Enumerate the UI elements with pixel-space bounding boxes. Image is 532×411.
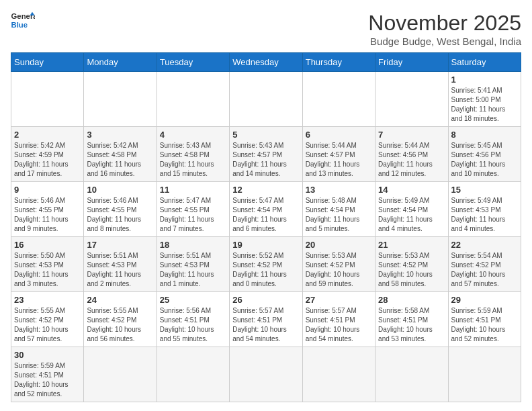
calendar-cell: 12Sunrise: 5:47 AM Sunset: 4:54 PM Dayli… xyxy=(230,182,302,237)
week-row-4: 23Sunrise: 5:55 AM Sunset: 4:52 PM Dayli… xyxy=(11,292,521,347)
calendar-cell: 29Sunrise: 5:59 AM Sunset: 4:51 PM Dayli… xyxy=(448,292,521,347)
day-number: 3 xyxy=(87,130,153,140)
day-number: 27 xyxy=(306,295,372,305)
day-info: Sunrise: 5:45 AM Sunset: 4:56 PM Dayligh… xyxy=(451,141,518,179)
day-number: 14 xyxy=(378,185,445,195)
calendar-cell xyxy=(302,347,375,402)
calendar-cell: 9Sunrise: 5:46 AM Sunset: 4:55 PM Daylig… xyxy=(11,182,84,237)
calendar-cell: 11Sunrise: 5:47 AM Sunset: 4:55 PM Dayli… xyxy=(157,182,229,237)
day-number: 8 xyxy=(451,130,518,140)
calendar-cell: 2Sunrise: 5:42 AM Sunset: 4:59 PM Daylig… xyxy=(11,127,84,182)
day-info: Sunrise: 5:58 AM Sunset: 4:51 PM Dayligh… xyxy=(378,306,445,344)
calendar: SundayMondayTuesdayWednesdayThursdayFrid… xyxy=(11,52,521,402)
day-info: Sunrise: 5:59 AM Sunset: 4:51 PM Dayligh… xyxy=(14,361,81,399)
day-number: 28 xyxy=(378,295,445,305)
calendar-cell: 20Sunrise: 5:53 AM Sunset: 4:52 PM Dayli… xyxy=(302,237,375,292)
day-info: Sunrise: 5:43 AM Sunset: 4:58 PM Dayligh… xyxy=(160,141,226,179)
month-title: November 2025 xyxy=(368,11,521,36)
calendar-cell: 3Sunrise: 5:42 AM Sunset: 4:58 PM Daylig… xyxy=(84,127,157,182)
calendar-cell: 16Sunrise: 5:50 AM Sunset: 4:53 PM Dayli… xyxy=(11,237,84,292)
calendar-cell: 21Sunrise: 5:53 AM Sunset: 4:52 PM Dayli… xyxy=(375,237,448,292)
logo: General Blue xyxy=(11,11,35,30)
calendar-cell: 30Sunrise: 5:59 AM Sunset: 4:51 PM Dayli… xyxy=(11,347,84,402)
week-row-5: 30Sunrise: 5:59 AM Sunset: 4:51 PM Dayli… xyxy=(11,347,521,402)
week-row-0: 1Sunrise: 5:41 AM Sunset: 5:00 PM Daylig… xyxy=(11,72,521,127)
calendar-cell: 5Sunrise: 5:43 AM Sunset: 4:57 PM Daylig… xyxy=(230,127,302,182)
day-info: Sunrise: 5:48 AM Sunset: 4:54 PM Dayligh… xyxy=(306,196,372,234)
location: Budge Budge, West Bengal, India xyxy=(368,36,521,47)
day-number: 22 xyxy=(451,240,518,250)
day-info: Sunrise: 5:47 AM Sunset: 4:54 PM Dayligh… xyxy=(232,196,299,234)
header: General Blue November 2025 Budge Budge, … xyxy=(11,11,521,47)
day-info: Sunrise: 5:46 AM Sunset: 4:55 PM Dayligh… xyxy=(87,196,153,234)
calendar-cell xyxy=(375,72,448,127)
calendar-cell: 10Sunrise: 5:46 AM Sunset: 4:55 PM Dayli… xyxy=(84,182,157,237)
day-info: Sunrise: 5:43 AM Sunset: 4:57 PM Dayligh… xyxy=(232,141,299,179)
day-number: 11 xyxy=(160,185,226,195)
weekday-header-monday: Monday xyxy=(84,53,157,72)
day-number: 18 xyxy=(160,240,226,250)
day-number: 15 xyxy=(451,185,518,195)
day-number: 16 xyxy=(14,240,81,250)
day-info: Sunrise: 5:53 AM Sunset: 4:52 PM Dayligh… xyxy=(378,251,445,289)
day-number: 17 xyxy=(87,240,153,250)
day-number: 2 xyxy=(14,130,81,140)
day-info: Sunrise: 5:52 AM Sunset: 4:52 PM Dayligh… xyxy=(232,251,299,289)
day-number: 12 xyxy=(232,185,299,195)
day-number: 4 xyxy=(160,130,226,140)
title-area: November 2025 Budge Budge, West Bengal, … xyxy=(368,11,521,47)
day-info: Sunrise: 5:49 AM Sunset: 4:53 PM Dayligh… xyxy=(451,196,518,234)
calendar-cell: 18Sunrise: 5:51 AM Sunset: 4:53 PM Dayli… xyxy=(157,237,229,292)
weekday-header-wednesday: Wednesday xyxy=(230,53,302,72)
calendar-cell: 1Sunrise: 5:41 AM Sunset: 5:00 PM Daylig… xyxy=(448,72,521,127)
day-info: Sunrise: 5:44 AM Sunset: 4:56 PM Dayligh… xyxy=(378,141,445,179)
calendar-cell: 26Sunrise: 5:57 AM Sunset: 4:51 PM Dayli… xyxy=(230,292,302,347)
day-info: Sunrise: 5:47 AM Sunset: 4:55 PM Dayligh… xyxy=(160,196,226,234)
day-info: Sunrise: 5:56 AM Sunset: 4:51 PM Dayligh… xyxy=(160,306,226,344)
day-number: 19 xyxy=(232,240,299,250)
calendar-cell xyxy=(230,72,302,127)
day-number: 6 xyxy=(306,130,372,140)
calendar-cell: 7Sunrise: 5:44 AM Sunset: 4:56 PM Daylig… xyxy=(375,127,448,182)
weekday-header-tuesday: Tuesday xyxy=(157,53,229,72)
day-number: 21 xyxy=(378,240,445,250)
day-number: 25 xyxy=(160,295,226,305)
weekday-header-saturday: Saturday xyxy=(448,53,521,72)
day-info: Sunrise: 5:54 AM Sunset: 4:52 PM Dayligh… xyxy=(451,251,518,289)
calendar-cell xyxy=(157,72,229,127)
day-info: Sunrise: 5:42 AM Sunset: 4:59 PM Dayligh… xyxy=(14,141,81,179)
calendar-cell: 23Sunrise: 5:55 AM Sunset: 4:52 PM Dayli… xyxy=(11,292,84,347)
day-number: 10 xyxy=(87,185,153,195)
day-info: Sunrise: 5:57 AM Sunset: 4:51 PM Dayligh… xyxy=(232,306,299,344)
calendar-cell: 6Sunrise: 5:44 AM Sunset: 4:57 PM Daylig… xyxy=(302,127,375,182)
day-number: 1 xyxy=(451,75,518,85)
calendar-cell: 8Sunrise: 5:45 AM Sunset: 4:56 PM Daylig… xyxy=(448,127,521,182)
day-number: 9 xyxy=(14,185,81,195)
calendar-cell: 14Sunrise: 5:49 AM Sunset: 4:54 PM Dayli… xyxy=(375,182,448,237)
day-info: Sunrise: 5:55 AM Sunset: 4:52 PM Dayligh… xyxy=(87,306,153,344)
weekday-header-row: SundayMondayTuesdayWednesdayThursdayFrid… xyxy=(11,53,521,72)
calendar-cell xyxy=(375,347,448,402)
calendar-cell xyxy=(84,347,157,402)
calendar-cell: 17Sunrise: 5:51 AM Sunset: 4:53 PM Dayli… xyxy=(84,237,157,292)
day-number: 24 xyxy=(87,295,153,305)
day-number: 20 xyxy=(306,240,372,250)
day-number: 13 xyxy=(306,185,372,195)
weekday-header-friday: Friday xyxy=(375,53,448,72)
day-number: 7 xyxy=(378,130,445,140)
week-row-1: 2Sunrise: 5:42 AM Sunset: 4:59 PM Daylig… xyxy=(11,127,521,182)
day-info: Sunrise: 5:59 AM Sunset: 4:51 PM Dayligh… xyxy=(451,306,518,344)
day-number: 26 xyxy=(232,295,299,305)
day-info: Sunrise: 5:44 AM Sunset: 4:57 PM Dayligh… xyxy=(306,141,372,179)
day-info: Sunrise: 5:57 AM Sunset: 4:51 PM Dayligh… xyxy=(306,306,372,344)
day-number: 23 xyxy=(14,295,81,305)
svg-text:Blue: Blue xyxy=(11,21,28,29)
week-row-2: 9Sunrise: 5:46 AM Sunset: 4:55 PM Daylig… xyxy=(11,182,521,237)
calendar-cell: 25Sunrise: 5:56 AM Sunset: 4:51 PM Dayli… xyxy=(157,292,229,347)
calendar-cell: 19Sunrise: 5:52 AM Sunset: 4:52 PM Dayli… xyxy=(230,237,302,292)
calendar-cell: 13Sunrise: 5:48 AM Sunset: 4:54 PM Dayli… xyxy=(302,182,375,237)
day-number: 5 xyxy=(232,130,299,140)
calendar-cell xyxy=(157,347,229,402)
calendar-cell xyxy=(84,72,157,127)
day-number: 29 xyxy=(451,295,518,305)
